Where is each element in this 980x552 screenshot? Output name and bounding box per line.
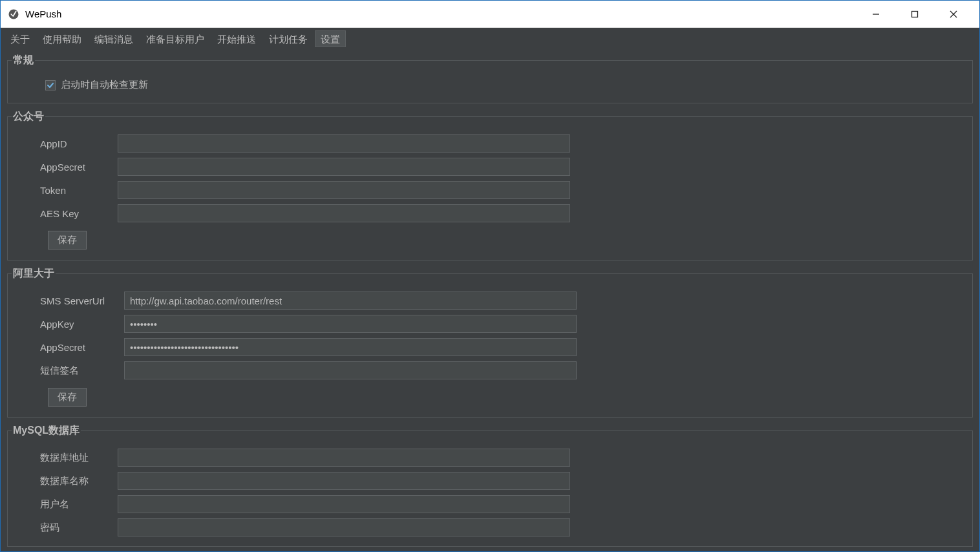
mysql-pass-input[interactable] (118, 518, 570, 536)
close-button[interactable] (934, 1, 973, 27)
alidayu-appsecret-input[interactable] (124, 338, 577, 356)
tab-bar: 关于 使用帮助 编辑消息 准备目标用户 开始推送 计划任务 设置 (1, 28, 979, 47)
app-icon (7, 8, 20, 21)
alidayu-serverurl-input[interactable] (124, 292, 577, 310)
title-bar: WePush (1, 1, 979, 28)
mysql-pass-label: 密码 (40, 522, 111, 534)
mysql-host-input[interactable] (118, 449, 570, 467)
tab-start-push[interactable]: 开始推送 (211, 30, 262, 47)
minimize-button[interactable] (857, 1, 895, 27)
window-controls (857, 1, 973, 27)
content-area: 关于 使用帮助 编辑消息 准备目标用户 开始推送 计划任务 设置 常规 启动时自… (1, 28, 979, 551)
tab-about[interactable]: 关于 (5, 30, 36, 47)
section-general-legend: 常规 (12, 54, 35, 67)
wechat-appid-input[interactable] (118, 134, 570, 153)
app-window: WePush 关于 使用帮助 编辑消息 准备目标用户 开始推送 计划任务 设置 (0, 0, 980, 552)
tab-edit-message[interactable]: 编辑消息 (89, 30, 139, 47)
settings-scroll[interactable]: 常规 启动时自动检查更新 公众号 AppID (1, 47, 979, 551)
section-wechat-legend: 公众号 (12, 110, 45, 123)
wechat-appsecret-label: AppSecret (40, 162, 111, 173)
alidayu-sign-input[interactable] (124, 361, 577, 379)
mysql-user-input[interactable] (118, 495, 570, 513)
mysql-user-label: 用户名 (40, 498, 111, 511)
section-wechat: 公众号 AppID AppSecret Token AES Key (7, 110, 973, 260)
tab-prepare-users[interactable]: 准备目标用户 (140, 30, 210, 47)
section-general: 常规 启动时自动检查更新 (7, 54, 973, 103)
section-alidayu-legend: 阿里大于 (12, 267, 56, 281)
wechat-aeskey-label: AES Key (40, 208, 111, 219)
maximize-button[interactable] (895, 1, 934, 27)
mysql-host-label: 数据库地址 (40, 452, 111, 464)
auto-update-label: 启动时自动检查更新 (61, 79, 148, 91)
wechat-token-input[interactable] (118, 181, 570, 199)
section-mysql: MySQL数据库 数据库地址 数据库名称 用户名 密码 (7, 424, 973, 547)
mysql-dbname-input[interactable] (118, 472, 570, 490)
settings-page: 常规 启动时自动检查更新 公众号 AppID (1, 47, 979, 551)
alidayu-appkey-input[interactable] (124, 315, 577, 333)
tab-schedule[interactable]: 计划任务 (263, 30, 314, 47)
alidayu-save-button[interactable]: 保存 (48, 388, 87, 407)
mysql-dbname-label: 数据库名称 (40, 475, 111, 487)
wechat-token-label: Token (40, 185, 111, 196)
alidayu-appsecret-label: AppSecret (40, 342, 118, 353)
alidayu-sign-label: 短信签名 (40, 365, 118, 377)
section-mysql-legend: MySQL数据库 (12, 424, 81, 438)
auto-update-row: 启动时自动检查更新 (45, 79, 966, 91)
tab-settings[interactable]: 设置 (315, 30, 346, 47)
tab-help[interactable]: 使用帮助 (37, 30, 87, 47)
svg-point-0 (9, 9, 19, 19)
alidayu-serverurl-label: SMS ServerUrl (40, 295, 118, 306)
section-alidayu: 阿里大于 SMS ServerUrl AppKey AppSecret (7, 267, 973, 418)
wechat-appsecret-input[interactable] (118, 158, 570, 176)
auto-update-checkbox[interactable] (45, 80, 56, 90)
wechat-aeskey-input[interactable] (118, 204, 570, 222)
alidayu-appkey-label: AppKey (40, 319, 118, 330)
wechat-appid-label: AppID (40, 138, 111, 149)
svg-rect-2 (912, 11, 918, 17)
window-title: WePush (25, 8, 61, 19)
wechat-save-button[interactable]: 保存 (48, 231, 87, 249)
